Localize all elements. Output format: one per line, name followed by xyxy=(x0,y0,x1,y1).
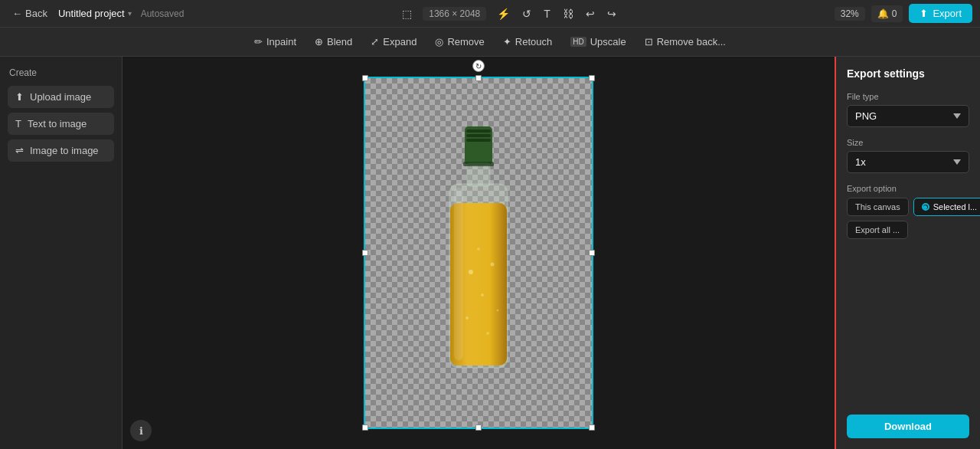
handle-middle-right[interactable] xyxy=(589,250,595,256)
handle-bottom-right[interactable] xyxy=(589,424,595,431)
canvas-area[interactable]: ↻ xyxy=(122,57,835,449)
remove-bg-icon: ⊡ xyxy=(645,36,653,48)
remove-bg-label: Remove back... xyxy=(657,36,726,48)
tool-inpaint[interactable]: ✏ Inpaint xyxy=(247,33,304,51)
svg-point-12 xyxy=(497,310,499,312)
export-icon: ⬆ xyxy=(920,8,928,19)
svg-point-9 xyxy=(481,293,484,297)
download-button[interactable]: Download xyxy=(847,415,969,438)
project-name-text: Untitled project xyxy=(58,8,125,19)
editing-tools: ⚡ ↺ T ⛓ ↩ ↪ xyxy=(492,5,621,23)
file-type-label: File type xyxy=(847,92,969,101)
inpaint-icon: ✏ xyxy=(254,36,263,48)
main-layout: Create ⬆ Upload image T Text to image ⇌ … xyxy=(0,57,980,449)
export-panel: Export settings File type PNG JPG WEBP S… xyxy=(835,57,980,449)
handle-bottom-center[interactable] xyxy=(475,424,482,431)
remove-icon: ◎ xyxy=(435,36,443,48)
notification-button[interactable]: 🔔 0 xyxy=(871,5,903,22)
generate-icon-btn[interactable]: ⚡ xyxy=(492,5,514,23)
svg-point-11 xyxy=(466,316,469,320)
inpaint-label: Inpaint xyxy=(266,36,296,48)
selected-layer-label: Selected l... xyxy=(933,202,977,211)
info-button[interactable]: ℹ xyxy=(130,420,152,441)
sidebar-upload-button[interactable]: ⬆ Upload image xyxy=(8,86,114,108)
retouch-label: Retouch xyxy=(515,36,552,48)
upload-icon: ⬆ xyxy=(15,91,24,103)
bottle-image xyxy=(425,119,532,387)
blend-icon: ⊕ xyxy=(315,36,323,48)
bottom-bar: ℹ xyxy=(130,420,152,441)
svg-rect-3 xyxy=(466,139,491,142)
notification-count: 0 xyxy=(892,8,897,19)
expand-label: Expand xyxy=(383,36,416,48)
refresh-icon-btn[interactable]: ↺ xyxy=(518,5,536,23)
rotate-handle[interactable]: ↻ xyxy=(472,60,485,72)
handle-top-left[interactable] xyxy=(362,75,368,81)
svg-rect-2 xyxy=(466,134,491,137)
selected-radio-indicator xyxy=(922,203,929,211)
size-select[interactable]: 1x 2x 3x xyxy=(847,151,969,173)
download-label: Download xyxy=(884,421,932,432)
sidebar-section-title: Create xyxy=(8,64,114,81)
retouch-icon: ✦ xyxy=(503,36,511,48)
redo-icon-btn[interactable]: ↪ xyxy=(603,5,621,23)
this-canvas-button[interactable]: This canvas xyxy=(847,198,909,216)
remove-label: Remove xyxy=(447,36,484,48)
dimensions-display[interactable]: 1366 × 2048 xyxy=(423,7,486,21)
size-section: Size 1x 2x 3x xyxy=(847,138,969,173)
link-icon-btn[interactable]: ⛓ xyxy=(558,5,578,23)
file-type-select[interactable]: PNG JPG WEBP SVG xyxy=(847,105,969,127)
back-arrow-icon: ← xyxy=(12,8,22,19)
sidebar-image-to-image-button[interactable]: ⇌ Image to image xyxy=(8,139,114,162)
text-icon: T xyxy=(15,118,21,129)
export-label: Export xyxy=(933,8,962,19)
tool-retouch[interactable]: ✦ Retouch xyxy=(495,33,560,51)
file-type-section: File type PNG JPG WEBP SVG xyxy=(847,92,969,127)
frame-icon-btn[interactable]: ⬚ xyxy=(397,5,416,23)
tool-expand[interactable]: ⤢ Expand xyxy=(363,33,424,51)
export-panel-title: Export settings xyxy=(847,67,969,80)
upscale-icon: HD xyxy=(570,37,586,47)
handle-top-center[interactable] xyxy=(475,75,482,81)
size-label: Size xyxy=(847,138,969,147)
svg-rect-1 xyxy=(466,129,491,133)
undo-icon-btn[interactable]: ↩ xyxy=(581,5,599,23)
image-to-image-icon: ⇌ xyxy=(15,145,24,156)
svg-point-10 xyxy=(491,263,495,267)
tool-upscale[interactable]: HD Upscale xyxy=(563,33,633,51)
export-all-label: Export all ... xyxy=(855,225,900,234)
info-icon: ℹ xyxy=(139,425,143,437)
sidebar-text-to-image-button[interactable]: T Text to image xyxy=(8,113,114,135)
svg-rect-15 xyxy=(454,188,463,360)
svg-rect-16 xyxy=(463,162,494,166)
upscale-label: Upscale xyxy=(590,36,626,48)
chevron-down-icon: ▾ xyxy=(128,9,132,18)
tool-remove-bg[interactable]: ⊡ Remove back... xyxy=(637,33,733,51)
top-bar-right: 32% 🔔 0 ⬆ Export xyxy=(835,4,972,23)
tool-blend[interactable]: ⊕ Blend xyxy=(307,33,360,51)
export-all-button[interactable]: Export all ... xyxy=(847,221,908,239)
top-bar-center: ⬚ 1366 × 2048 ⚡ ↺ T ⛓ ↩ ↪ xyxy=(397,5,621,23)
export-options-row: This canvas Selected l... xyxy=(847,198,969,216)
handle-bottom-left[interactable] xyxy=(362,424,368,431)
selected-layer-button[interactable]: Selected l... xyxy=(913,198,980,216)
export-button[interactable]: ⬆ Export xyxy=(909,4,972,23)
tool-bar: ✏ Inpaint ⊕ Blend ⤢ Expand ◎ Remove ✦ Re… xyxy=(0,28,980,57)
svg-point-14 xyxy=(486,332,489,335)
zoom-level[interactable]: 32% xyxy=(835,7,865,21)
blend-label: Blend xyxy=(327,36,352,48)
autosaved-label: Autosaved xyxy=(141,8,185,19)
svg-point-8 xyxy=(469,270,473,274)
text-icon-btn[interactable]: T xyxy=(539,5,555,23)
sidebar: Create ⬆ Upload image T Text to image ⇌ … xyxy=(0,57,122,449)
tool-remove[interactable]: ◎ Remove xyxy=(427,33,492,51)
bell-icon: 🔔 xyxy=(877,8,889,19)
image-to-image-label: Image to image xyxy=(30,145,99,156)
back-button[interactable]: ← Back xyxy=(8,6,52,21)
export-option-label: Export option xyxy=(847,184,969,193)
project-name[interactable]: Untitled project ▾ xyxy=(58,8,132,19)
handle-top-right[interactable] xyxy=(589,75,595,81)
handle-middle-left[interactable] xyxy=(362,250,368,256)
expand-icon: ⤢ xyxy=(371,36,379,48)
top-bar: ← Back Untitled project ▾ Autosaved ⬚ 13… xyxy=(0,0,980,28)
